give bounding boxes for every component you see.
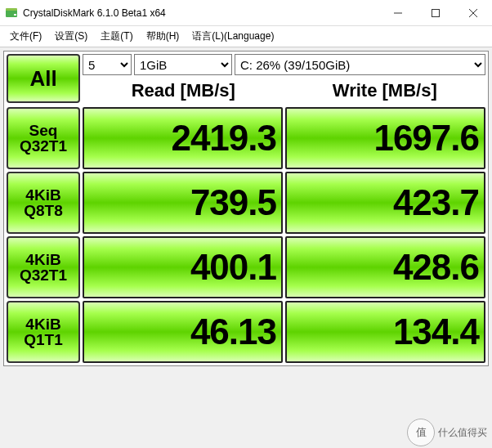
result-read: 400.1 [83, 236, 283, 298]
menu-theme[interactable]: 主题(T) [94, 27, 139, 46]
drive-select[interactable]: C: 26% (39/150GiB) [235, 54, 485, 75]
result-write: 134.4 [285, 301, 485, 363]
menu-file[interactable]: 文件(F) [3, 27, 48, 46]
svg-rect-2 [14, 14, 16, 16]
run-all-label: All [29, 66, 56, 92]
run-4kib-q8t8-button[interactable]: 4KiB Q8T8 [7, 172, 80, 234]
menu-bar: 文件(F) 设置(S) 主题(T) 帮助(H) 语言(L)(Language) [0, 26, 492, 47]
column-header-read: Read [MB/s] [83, 75, 284, 105]
app-icon [5, 7, 18, 20]
svg-rect-0 [6, 10, 17, 17]
run-all-button[interactable]: All [7, 54, 80, 103]
size-select[interactable]: 1GiB [134, 54, 232, 75]
column-header-write: Write [MB/s] [284, 75, 486, 105]
test-label: Q1T1 [24, 332, 63, 347]
watermark-badge: 值 [407, 419, 435, 446]
svg-rect-4 [432, 9, 440, 16]
run-4kib-q32t1-button[interactable]: 4KiB Q32T1 [7, 236, 80, 298]
result-write: 428.6 [285, 236, 485, 298]
maximize-button[interactable] [417, 0, 454, 26]
watermark: 值 什么值得买 [407, 419, 487, 446]
test-label: Q32T1 [20, 138, 67, 154]
svg-rect-1 [6, 8, 17, 11]
watermark-text: 什么值得买 [438, 426, 487, 440]
result-write: 423.7 [285, 172, 485, 234]
test-label: 4KiB [25, 187, 60, 203]
test-label: 4KiB [25, 316, 60, 332]
test-label: Seq [29, 123, 58, 138]
loops-select[interactable]: 5 [83, 54, 132, 75]
title-bar: CrystalDiskMark 6.1.0 Beta1 x64 [0, 0, 492, 26]
minimize-button[interactable] [379, 0, 417, 26]
test-label: Q8T8 [24, 203, 63, 218]
client-area: All 5 1GiB C: 26% (39/150GiB) Read [MB/s… [0, 47, 492, 448]
menu-language[interactable]: 语言(L)(Language) [186, 27, 280, 46]
result-write: 1697.6 [285, 107, 485, 169]
top-controls: 5 1GiB C: 26% (39/150GiB) Read [MB/s] Wr… [83, 54, 485, 105]
result-read: 739.5 [83, 172, 283, 234]
menu-help[interactable]: 帮助(H) [140, 27, 186, 46]
close-button[interactable] [454, 0, 492, 26]
window-title: CrystalDiskMark 6.1.0 Beta1 x64 [23, 7, 379, 19]
test-label: 4KiB [25, 252, 60, 267]
inner-frame: All 5 1GiB C: 26% (39/150GiB) Read [MB/s… [3, 51, 489, 366]
run-4kib-q1t1-button[interactable]: 4KiB Q1T1 [7, 301, 80, 363]
test-label: Q32T1 [20, 267, 67, 283]
menu-settings[interactable]: 设置(S) [48, 27, 94, 46]
result-read: 2419.3 [83, 107, 283, 169]
run-seq-q32t1-button[interactable]: Seq Q32T1 [7, 107, 80, 169]
result-read: 46.13 [83, 301, 283, 363]
results-grid: All 5 1GiB C: 26% (39/150GiB) Read [MB/s… [7, 54, 485, 363]
